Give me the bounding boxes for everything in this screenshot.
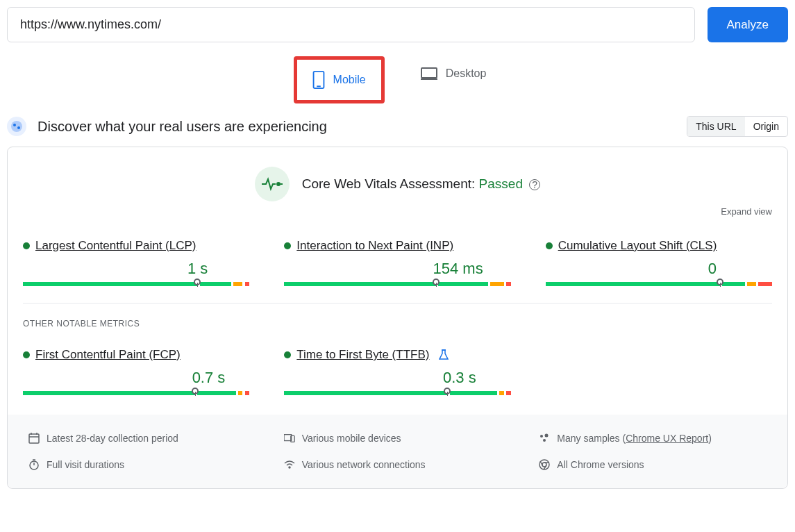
desktop-icon (421, 67, 437, 80)
svg-point-7 (277, 183, 280, 185)
devices-icon (284, 433, 295, 444)
stopwatch-icon (28, 459, 40, 470)
help-icon[interactable]: ? (529, 179, 540, 190)
expand-view-link[interactable]: Expand view (721, 206, 772, 217)
svg-rect-10 (29, 434, 39, 443)
other-metrics-grid: First Contentful Paint (FCP) 0.7 s Time … (8, 329, 787, 415)
metric-cls-label[interactable]: Cumulative Layout Shift (CLS) (558, 239, 717, 253)
device-tabs: Mobile Desktop (7, 56, 788, 103)
metric-cls-bar (546, 282, 772, 286)
svg-point-17 (545, 434, 549, 438)
metric-ttfb-value: 0.3 s (284, 369, 510, 387)
status-dot (23, 242, 30, 249)
svg-rect-2 (421, 68, 437, 78)
status-dot (23, 351, 30, 358)
flask-icon (439, 349, 449, 360)
metric-inp-value: 154 ms (284, 260, 510, 278)
vitals-card: Core Web Vitals Assessment: Passed ? Exp… (7, 147, 788, 489)
footer-devices: Various mobile devices (284, 429, 512, 448)
svg-point-22 (289, 467, 290, 468)
svg-point-5 (13, 124, 16, 126)
scope-toggle: This URL Origin (687, 116, 788, 137)
metric-lcp-label[interactable]: Largest Contentful Paint (LCP) (35, 239, 196, 253)
metric-lcp: Largest Contentful Paint (LCP) 1 s (23, 239, 249, 286)
metric-inp-bar (284, 282, 510, 286)
svg-rect-14 (284, 435, 292, 441)
core-metrics-grid: Largest Contentful Paint (LCP) 1 s Inter… (8, 204, 787, 303)
calendar-icon (28, 433, 40, 444)
metric-fcp-label[interactable]: First Contentful Paint (FCP) (35, 348, 181, 362)
pulse-icon (255, 167, 290, 201)
footer-samples: Many samples (Chrome UX Report) (539, 429, 767, 448)
metric-inp: Interaction to Next Paint (INP) 154 ms (284, 239, 510, 286)
metric-ttfb: Time to First Byte (TTFB) 0.3 s (284, 348, 510, 395)
metric-cls-value: 0 (546, 260, 772, 278)
tab-mobile[interactable]: Mobile (297, 60, 381, 100)
section-title: Discover what your real users are experi… (37, 119, 327, 135)
samples-icon (539, 433, 550, 444)
discover-icon (7, 117, 26, 136)
metric-fcp: First Contentful Paint (FCP) 0.7 s (23, 348, 249, 395)
assessment-status: Passed (479, 176, 523, 191)
other-metrics-label: OTHER NOTABLE METRICS (8, 304, 787, 329)
svg-point-18 (543, 439, 546, 442)
assessment-text: Core Web Vitals Assessment: Passed ? (302, 176, 541, 192)
footer-durations: Full visit durations (28, 455, 256, 474)
crux-link[interactable]: Chrome UX Report (626, 433, 708, 444)
footer-collection: Latest 28-day collection period (28, 429, 256, 448)
chrome-icon (539, 459, 550, 470)
metric-inp-label[interactable]: Interaction to Next Paint (INP) (296, 239, 453, 253)
tab-desktop-label: Desktop (446, 67, 487, 80)
svg-point-16 (540, 435, 543, 438)
status-dot (284, 242, 291, 249)
footer-network: Various network connections (284, 455, 512, 474)
tab-desktop[interactable]: Desktop (405, 56, 502, 91)
metric-fcp-bar (23, 391, 249, 395)
wifi-icon (284, 459, 295, 470)
status-dot (546, 242, 553, 249)
metric-fcp-value: 0.7 s (23, 369, 249, 387)
footer-info: Latest 28-day collection period Various … (8, 415, 787, 488)
analyze-button[interactable]: Analyze (708, 7, 788, 42)
tab-mobile-label: Mobile (333, 74, 366, 86)
metric-lcp-bar (23, 282, 249, 286)
toggle-this-url[interactable]: This URL (687, 117, 744, 136)
svg-point-4 (11, 121, 22, 132)
svg-point-6 (17, 126, 20, 129)
metric-lcp-value: 1 s (23, 260, 249, 278)
mobile-icon (312, 71, 325, 89)
metric-cls: Cumulative Layout Shift (CLS) 0 (546, 239, 772, 286)
toggle-origin[interactable]: Origin (745, 117, 787, 136)
metric-ttfb-label[interactable]: Time to First Byte (TTFB) (296, 348, 429, 362)
metric-ttfb-bar (284, 391, 510, 395)
url-input[interactable] (7, 7, 695, 42)
footer-versions: All Chrome versions (539, 455, 767, 474)
status-dot (284, 351, 291, 358)
